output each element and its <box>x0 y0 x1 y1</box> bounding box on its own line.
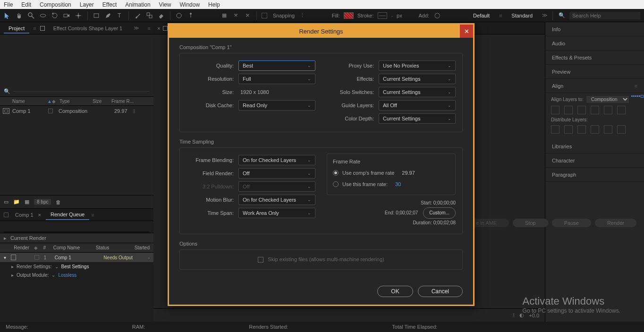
interpret-icon[interactable]: ▭ <box>4 199 8 205</box>
render-queue-tab[interactable]: Render Queue <box>46 210 89 220</box>
menu-help[interactable]: Help <box>208 1 220 8</box>
panel-audio[interactable]: Audio <box>545 36 644 51</box>
panel-preview[interactable]: Preview <box>545 65 644 79</box>
disk-cache-select[interactable]: Read Only⌄ <box>238 100 315 111</box>
close-tab-icon[interactable]: × <box>157 26 160 31</box>
guide-select[interactable]: All Off⌄ <box>379 100 456 111</box>
render-queue-item[interactable]: ▾ 1 Comp 1 Needs Output - <box>0 253 153 262</box>
col-size[interactable]: Size <box>90 99 109 104</box>
disclosure-icon[interactable]: ▸ <box>4 235 7 241</box>
ok-button[interactable]: OK <box>377 286 413 297</box>
orbit-tool-icon[interactable] <box>39 11 47 20</box>
snapping-checkbox[interactable] <box>262 13 267 18</box>
disclosure-icon[interactable]: ▾ <box>4 255 6 260</box>
dist-hcenter-icon[interactable] <box>604 125 612 134</box>
overflow-icon[interactable]: ≫ <box>542 12 548 18</box>
stop-button[interactable]: Stop <box>513 219 548 227</box>
pause-button[interactable]: Pause <box>552 219 591 227</box>
menu-file[interactable]: File <box>4 1 13 8</box>
col-type[interactable]: Type <box>57 99 90 104</box>
fill-swatch[interactable] <box>344 12 354 19</box>
panel-effects-presets[interactable]: Effects & Presets <box>545 51 644 65</box>
mesh-icon[interactable]: ▦ <box>220 11 229 20</box>
add-menu-icon[interactable]: ◯ <box>433 11 441 20</box>
effects-select[interactable]: Current Settings⌄ <box>379 74 456 84</box>
pen-tool-icon[interactable] <box>104 11 112 20</box>
zoom-tool-icon[interactable] <box>27 11 35 20</box>
cancel-button[interactable]: Cancel <box>418 286 463 297</box>
align-top-icon[interactable] <box>591 106 599 114</box>
use-comp-rate-radio[interactable]: Use comp's frame rate 29.97 <box>333 167 449 179</box>
panel-menu-icon[interactable]: ≡ <box>91 212 94 218</box>
puppet-tool-icon[interactable] <box>187 11 195 20</box>
workspace-standard[interactable]: Standard <box>506 12 538 19</box>
trash-icon[interactable]: 🗑 <box>56 199 61 205</box>
item-tag[interactable] <box>48 109 53 113</box>
panel-menu-icon[interactable]: ≡ <box>148 26 151 31</box>
align-vcenter-icon[interactable] <box>604 106 612 114</box>
new-comp-icon[interactable]: ▦ <box>25 199 29 205</box>
menu-animation[interactable]: Animation <box>125 1 150 8</box>
close-button[interactable]: ✕ <box>460 25 473 38</box>
panel-character[interactable]: Character <box>545 153 644 168</box>
brush-tool-icon[interactable] <box>134 11 142 20</box>
align-left-icon[interactable] <box>551 106 559 114</box>
menu-effect[interactable]: Effect <box>102 1 117 8</box>
render-settings-value[interactable]: Best Settings <box>61 264 89 269</box>
col-name[interactable]: Name <box>9 99 47 104</box>
eraser-tool-icon[interactable] <box>157 11 165 20</box>
selection-tool-icon[interactable] <box>4 11 12 20</box>
panel-info[interactable]: Info <box>545 22 644 36</box>
resolution-select[interactable]: Full⌄ <box>238 74 315 84</box>
menu-layer[interactable]: Layer <box>80 1 94 8</box>
bpc-toggle[interactable]: 8 bpc <box>34 199 51 205</box>
chevron-down-icon[interactable]: ⌄ <box>55 264 59 269</box>
solo-select[interactable]: Current Settings⌄ <box>379 87 456 97</box>
folder-icon[interactable]: 📁 <box>13 199 20 205</box>
use-this-rate-radio[interactable]: Use this frame rate: 30 <box>333 179 449 190</box>
align-to-select[interactable]: Composition <box>586 96 629 103</box>
motion-blur-select[interactable]: On for Checked Layers⌄ <box>238 195 315 205</box>
close-tab-icon[interactable]: × <box>38 212 41 218</box>
align-hcenter-icon[interactable] <box>564 106 573 114</box>
render-button[interactable]: Render <box>595 219 636 227</box>
comp-tab[interactable]: Comp 1 <box>10 210 38 220</box>
local-axis-icon[interactable]: ⤧ <box>232 11 240 20</box>
dist-vcenter-icon[interactable] <box>564 125 573 134</box>
pan-behind-tool-icon[interactable] <box>75 11 83 20</box>
col-framerate[interactable]: Frame R... <box>109 99 136 104</box>
item-tag[interactable] <box>34 255 39 260</box>
custom-rate-value[interactable]: 30 <box>395 181 401 187</box>
disclosure-icon[interactable]: ▸ <box>11 272 14 278</box>
hand-tool-icon[interactable] <box>16 11 24 20</box>
rotate-tool-icon[interactable] <box>51 11 59 20</box>
panel-paragraph[interactable]: Paragraph <box>545 168 644 182</box>
menu-window[interactable]: Window <box>179 1 200 8</box>
dist-left-icon[interactable] <box>591 125 599 134</box>
menu-edit[interactable]: Edit <box>21 1 31 8</box>
dist-top-icon[interactable] <box>551 125 559 134</box>
dist-bottom-icon[interactable] <box>577 125 586 134</box>
panel-overflow-icon[interactable]: ≫ <box>134 25 139 31</box>
menu-composition[interactable]: Composition <box>40 1 71 8</box>
chevron-down-icon[interactable]: ⌄ <box>51 272 55 278</box>
menu-view[interactable]: View <box>159 1 171 8</box>
camera-tool-icon[interactable] <box>63 11 71 20</box>
frame-blending-select[interactable]: On for Checked Layers⌄ <box>238 155 315 165</box>
effect-controls-tab[interactable]: Effect Controls Shape Layer 1 <box>49 24 127 33</box>
world-axis-icon[interactable]: ⤪ <box>244 11 252 20</box>
rect-tool-icon[interactable] <box>93 11 101 20</box>
align-right-icon[interactable] <box>577 106 586 114</box>
color-depth-select[interactable]: Current Settings⌄ <box>379 113 456 124</box>
tag-col-icon[interactable]: ◆ <box>52 99 57 104</box>
search-input[interactable] <box>569 12 640 19</box>
align-bottom-icon[interactable] <box>617 106 626 114</box>
panel-menu-icon[interactable]: ≡ <box>635 83 637 89</box>
snap-opts-icon[interactable]: ⋮ <box>298 11 306 20</box>
clone-tool-icon[interactable] <box>145 11 153 20</box>
project-tab[interactable]: Project <box>4 24 29 33</box>
flowchart-icon[interactable]: ⫱ <box>133 108 135 114</box>
stroke-swatch[interactable] <box>378 12 388 19</box>
text-tool-icon[interactable]: T <box>116 11 124 20</box>
proxy-select[interactable]: Use No Proxies⌄ <box>379 60 456 71</box>
